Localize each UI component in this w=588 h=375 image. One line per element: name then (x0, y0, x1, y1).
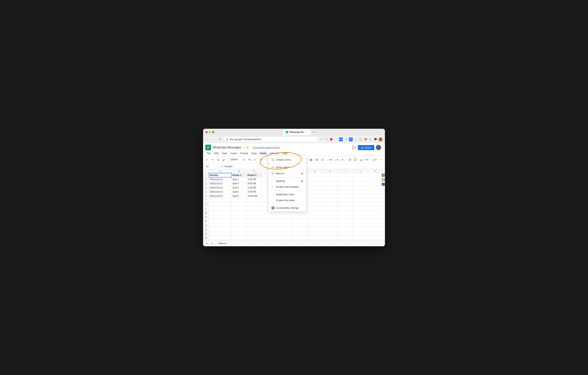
cell-9-c[interactable] (247, 207, 262, 211)
cell-16-d[interactable] (262, 236, 277, 240)
menu-addons[interactable]: Add-ons (268, 151, 280, 155)
cell-4-i[interactable] (338, 186, 353, 190)
cell-9-b[interactable] (232, 207, 247, 211)
cell-14-c[interactable] (247, 227, 262, 232)
cell-14-h[interactable] (323, 227, 338, 232)
cell-10-g[interactable] (307, 211, 323, 215)
cell-9-k[interactable] (368, 207, 383, 211)
protect-sheet-menu-item[interactable]: Protect the sheet (268, 197, 306, 203)
cell-5-h[interactable] (323, 190, 338, 194)
percent-button[interactable]: % (247, 157, 252, 162)
share-button[interactable]: 🔒 Share (358, 145, 374, 150)
close-button[interactable] (205, 131, 208, 133)
cell-16-a[interactable] (209, 236, 232, 240)
autocomplete-menu-item[interactable]: ✓ Enable autocomplete (268, 184, 306, 190)
cell-2-h[interactable] (323, 177, 338, 181)
tasks-sidebar-icon[interactable]: 📋 (382, 178, 385, 181)
cell-12-a[interactable] (209, 219, 232, 223)
chart-button[interactable]: 📊 (359, 157, 364, 162)
create-form-menu-item[interactable]: 📋 Create a form (268, 157, 306, 163)
cell-3-c[interactable]: 9:00 AM (247, 181, 262, 186)
cell-7-j[interactable] (353, 198, 368, 202)
cell-1-i[interactable] (338, 173, 353, 177)
cell-2-j[interactable] (353, 177, 368, 181)
cell-15-f[interactable] (292, 232, 307, 236)
cell-4-c[interactable]: 1:00 PM (247, 186, 262, 190)
cell-12-c[interactable] (247, 219, 262, 223)
cell-3-h[interactable] (323, 181, 338, 186)
cell-5-b[interactable]: April 5 (232, 190, 247, 194)
col-header-k[interactable]: K (368, 169, 383, 173)
cell-3-k[interactable] (368, 181, 383, 186)
check-sidebar-icon[interactable]: ✓ (382, 183, 385, 186)
cell-8-h[interactable] (323, 202, 338, 207)
cell-14-e[interactable] (277, 227, 292, 232)
cell-16-f[interactable] (292, 236, 307, 240)
cell-2-g[interactable] (307, 177, 323, 181)
shield-icon[interactable]: 🛡 (324, 137, 328, 141)
cell-11-a[interactable] (209, 215, 232, 219)
cell-8-j[interactable] (353, 202, 368, 207)
cell-3-b[interactable]: April 3 (232, 181, 247, 186)
fill-color-button[interactable]: ◧ (309, 157, 314, 162)
cell-11-f[interactable] (292, 215, 307, 219)
minimize-button[interactable] (209, 131, 211, 133)
account-icon[interactable]: 👤 (376, 145, 381, 150)
tab-close-button[interactable]: ✕ (305, 131, 308, 133)
extension-new-icon[interactable]: NEW (339, 137, 343, 141)
col-header-g[interactable]: G (307, 169, 323, 173)
calendar-sidebar-icon[interactable]: 31 (382, 174, 385, 177)
cell-14-g[interactable] (307, 227, 323, 232)
script-editor-menu-item[interactable]: <> Script editor (268, 164, 306, 170)
cell-13-g[interactable] (307, 223, 323, 227)
cell-8-g[interactable] (307, 202, 323, 207)
cell-8-c[interactable] (247, 202, 262, 207)
url-bar[interactable]: 🔒 docs.google.com/spreadsheets (223, 137, 318, 142)
forward-button[interactable]: → (211, 137, 216, 142)
cell-15-e[interactable] (277, 232, 292, 236)
cell-2-i[interactable] (338, 177, 353, 181)
cell-8-b[interactable] (232, 202, 247, 207)
extension-icon-5[interactable]: ✓ (354, 137, 358, 141)
cell-13-i[interactable] (338, 223, 353, 227)
menu-data[interactable]: Data (250, 151, 258, 155)
cell-11-g[interactable] (307, 215, 323, 219)
cell-11-e[interactable] (277, 215, 292, 219)
cell-11-k[interactable] (368, 215, 383, 219)
cell-14-k[interactable] (368, 227, 383, 232)
maximize-button[interactable] (212, 131, 214, 133)
cell-4-b[interactable]: April 5 (232, 186, 247, 190)
cell-17-k[interactable] (368, 240, 383, 240)
cell-12-d[interactable] (262, 219, 277, 223)
zoom-selector[interactable]: 100% ▾ (229, 158, 238, 161)
cell-16-g[interactable] (307, 236, 323, 240)
col-header-c[interactable]: C (247, 169, 262, 173)
cell-3-j[interactable] (353, 181, 368, 186)
cell-1-a[interactable]: Number (209, 173, 232, 177)
cell-14-b[interactable] (232, 227, 247, 232)
currency-button[interactable]: £ (242, 157, 246, 162)
cell-10-h[interactable] (323, 211, 338, 215)
macros-menu-item[interactable]: ↩ Macros ▶ (268, 170, 306, 176)
cell-6-k[interactable] (368, 194, 383, 198)
redo-button[interactable]: ↪ (210, 157, 215, 162)
cell-4-k[interactable] (368, 186, 383, 190)
cell-5-j[interactable] (353, 190, 368, 194)
accessibility-menu-item[interactable]: ♿ Accessibility settings (268, 205, 306, 211)
col-header-h[interactable]: H (323, 169, 338, 173)
new-tab-button[interactable]: + (311, 130, 316, 134)
cell-1-c[interactable]: Param 2 (247, 173, 262, 177)
cell-13-j[interactable] (353, 223, 368, 227)
cell-6-j[interactable] (353, 194, 368, 198)
cell-15-b[interactable] (232, 232, 247, 236)
cell-5-k[interactable] (368, 190, 383, 194)
cell-10-b[interactable] (232, 211, 247, 215)
cell-17-b[interactable] (232, 240, 247, 240)
cell-17-j[interactable] (353, 240, 368, 240)
cell-7-k[interactable] (368, 198, 383, 202)
cell-13-f[interactable] (292, 223, 307, 227)
cell-12-k[interactable] (368, 219, 383, 223)
cell-9-j[interactable] (353, 207, 368, 211)
cell-16-i[interactable] (338, 236, 353, 240)
cell-11-b[interactable] (232, 215, 247, 219)
